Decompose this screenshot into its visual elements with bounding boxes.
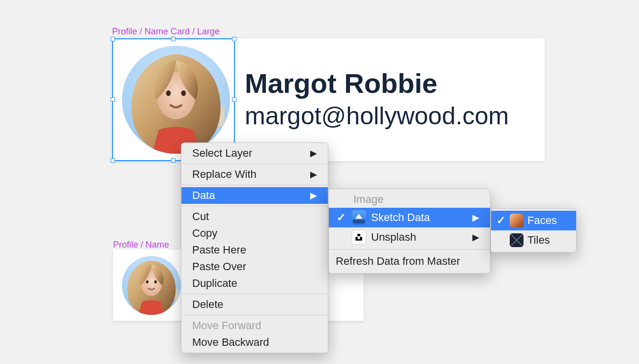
menu-label: Paste Here [192, 244, 246, 256]
sketch-data-submenu: ✓ Faces Tiles [491, 208, 577, 252]
submenu-label: Sketch Data [371, 211, 430, 224]
menu-separator [181, 185, 328, 185]
check-icon: ✓ [336, 211, 347, 224]
menu-label: Delete [192, 298, 224, 311]
menu-item-duplicate[interactable]: Duplicate [181, 275, 328, 292]
menu-item-cut[interactable]: Cut [181, 208, 328, 225]
svg-point-9 [154, 280, 157, 283]
submenu-label: Refresh Data from Master [336, 255, 460, 268]
menu-item-move-backward[interactable]: Move Backward [181, 334, 328, 351]
svg-point-8 [146, 280, 148, 283]
menu-label: Paste Over [192, 260, 246, 273]
menu-label: Duplicate [192, 277, 237, 290]
menu-separator [181, 294, 328, 294]
submenu-item-tiles[interactable]: Tiles [491, 230, 576, 250]
menu-item-move-forward: Move Forward [181, 317, 328, 334]
sketch-data-icon [351, 210, 366, 225]
menu-label: Data [192, 189, 215, 202]
menu-item-paste-here[interactable]: Paste Here [181, 242, 328, 258]
submenu-item-refresh[interactable]: Refresh Data from Master [329, 252, 490, 271]
menu-label: Move Forward [192, 319, 261, 332]
submenu-heading: Image [329, 191, 490, 208]
data-submenu: Image ✓ Sketch Data ▶ Unsplash ▶ Refresh… [328, 189, 491, 274]
menu-item-delete[interactable]: Delete [181, 296, 328, 313]
menu-item-copy[interactable]: Copy [181, 225, 328, 242]
menu-separator [181, 164, 328, 164]
menu-item-paste-over[interactable]: Paste Over [181, 258, 328, 275]
layer-tag-large[interactable]: Profile / Name Card / Large [112, 27, 220, 37]
profile-name-card-large[interactable]: Margot Robbie margot@hollywood.com [112, 38, 545, 161]
menu-label: Move Backward [192, 336, 269, 349]
check-icon: ✓ [496, 214, 506, 227]
layer-tag-small[interactable]: Profile / Name [113, 240, 169, 250]
avatar[interactable] [122, 256, 181, 315]
chevron-right-icon: ▶ [310, 190, 317, 201]
profile-name: Margot Robbie [245, 69, 509, 98]
submenu-label: Faces [527, 214, 557, 227]
submenu-item-unsplash[interactable]: Unsplash ▶ [329, 227, 490, 247]
profile-email: margot@hollywood.com [245, 102, 509, 130]
avatar[interactable] [122, 46, 230, 154]
menu-separator [181, 315, 328, 315]
menu-item-data[interactable]: Data ▶ [181, 187, 328, 204]
card-details: Margot Robbie margot@hollywood.com [245, 69, 509, 131]
menu-separator [329, 249, 490, 250]
menu-label: Copy [192, 227, 217, 240]
submenu-item-sketch-data[interactable]: ✓ Sketch Data ▶ [329, 208, 490, 227]
unsplash-icon [351, 230, 366, 245]
submenu-label: Unsplash [371, 231, 416, 244]
submenu-label: Tiles [527, 234, 550, 247]
chevron-right-icon: ▶ [472, 212, 479, 223]
chevron-right-icon: ▶ [310, 148, 317, 159]
menu-item-replace-with[interactable]: Replace With ▶ [181, 166, 328, 183]
chevron-right-icon: ▶ [472, 232, 479, 243]
chevron-right-icon: ▶ [310, 169, 317, 180]
svg-point-3 [166, 90, 171, 96]
context-menu: Select Layer ▶ Replace With ▶ Data ▶ Cut… [181, 142, 328, 353]
menu-item-select-layer[interactable]: Select Layer ▶ [181, 145, 328, 162]
submenu-item-faces[interactable]: ✓ Faces [491, 211, 576, 230]
svg-point-4 [181, 90, 186, 96]
faces-thumbnail-icon [510, 214, 523, 227]
tiles-thumbnail-icon [510, 233, 523, 247]
menu-label: Replace With [192, 168, 257, 181]
menu-label: Cut [192, 210, 209, 223]
menu-separator [181, 206, 328, 206]
menu-label: Select Layer [192, 147, 252, 160]
